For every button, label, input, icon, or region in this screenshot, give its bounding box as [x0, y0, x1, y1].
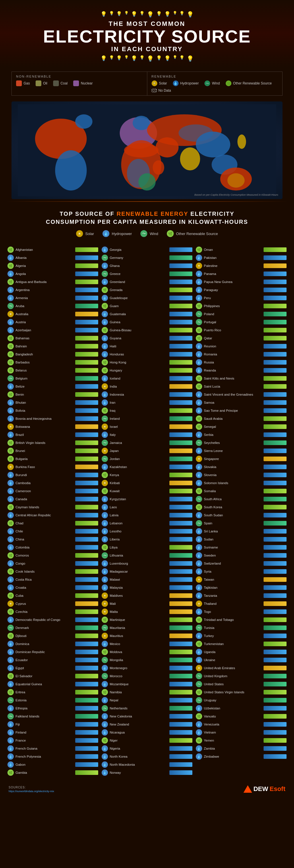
country-bar	[75, 368, 98, 373]
country-bar	[169, 336, 192, 340]
list-item: 💧 Latvia	[100, 511, 194, 519]
country-bar	[169, 352, 192, 356]
country-bar	[75, 280, 98, 284]
country-type-icon: 💧	[7, 657, 14, 663]
country-name: Mozambique	[110, 682, 168, 686]
country-name: Austria	[15, 320, 73, 324]
list-item: 💧 Armenia	[6, 294, 100, 302]
country-name: Guam	[110, 304, 168, 308]
logo-triangle	[243, 785, 252, 793]
country-bar	[169, 481, 192, 485]
country-bar	[169, 666, 192, 670]
list-item: ☀ Thailand	[194, 600, 288, 608]
country-type-icon: 🌿	[196, 641, 202, 647]
svg-point-3	[55, 150, 87, 190]
list-item: ☀ Singapore	[194, 455, 288, 463]
country-name: Saint Kitts and Nevis	[204, 377, 262, 380]
country-type-icon: ☀	[102, 480, 108, 486]
country-name: Malta	[110, 610, 168, 614]
list-item: 🌿 Senegal	[194, 423, 288, 431]
country-type-icon: 〜	[102, 705, 108, 711]
country-name: Uzbekistan	[204, 707, 262, 710]
country-bar	[169, 296, 192, 300]
country-name: Hungary	[110, 369, 168, 372]
country-name: Denmark	[15, 626, 73, 629]
country-name: United Arab Emirates	[204, 666, 262, 670]
country-type-icon: 💧	[7, 737, 14, 744]
country-name: Libya	[110, 546, 168, 549]
list-item: 💧 Pakistan	[194, 254, 288, 262]
country-bar	[169, 537, 192, 541]
country-bar	[169, 288, 192, 292]
list-item: 🌿 Guinea-Bissau	[100, 326, 194, 334]
list-item: 💧 Luxembourg	[100, 559, 194, 567]
country-type-icon: 〜	[102, 254, 108, 261]
nodata-label: No Data	[159, 89, 171, 93]
list-item: ☀ Mali	[100, 600, 194, 608]
list-item: 💧 Cambodia	[6, 479, 100, 487]
list-item: 💧 Bolivia	[6, 407, 100, 414]
list-item: 💧 Mexico	[100, 640, 194, 648]
country-bar	[264, 642, 287, 646]
list-item: 🌿 Saint Lucia	[194, 382, 288, 391]
country-bar	[264, 264, 287, 268]
country-type-icon: 💧	[102, 721, 108, 727]
lights-bottom: 💡 💡 💡 💡 💡 💡 💡 💡 💡 💡 💡 💡	[6, 53, 288, 64]
country-bar	[264, 312, 287, 316]
country-name: Iceland	[110, 377, 168, 380]
country-bar	[75, 625, 98, 630]
country-name: Zambia	[204, 747, 262, 750]
list-item: 💧 Bosnia and Herzegovina	[6, 414, 100, 423]
country-type-icon: 💧	[196, 528, 202, 534]
svg-point-17	[124, 143, 159, 157]
country-type-icon: 💧	[102, 295, 108, 301]
country-bar	[264, 722, 287, 726]
country-name: Romania	[204, 352, 262, 356]
list-item: 💧 Kyrgyzstan	[100, 495, 194, 503]
list-item: ☀ Burkina Faso	[6, 463, 100, 471]
country-type-icon: 💧	[196, 657, 202, 663]
country-name: Belarus	[15, 369, 73, 372]
country-bar	[169, 513, 192, 518]
country-name: Poland	[204, 312, 262, 316]
country-bar	[169, 247, 192, 252]
country-type-icon: 💧	[196, 649, 202, 655]
country-bar	[264, 738, 287, 743]
country-name: Ecuador	[15, 658, 73, 662]
country-type-icon: 〜	[102, 552, 108, 559]
country-bar	[264, 296, 287, 300]
list-item: 💧 Paraguay	[194, 286, 288, 294]
country-type-icon: 💧	[196, 705, 202, 711]
country-type-icon: 🌿	[196, 303, 202, 309]
country-name: Peru	[204, 296, 262, 300]
list-item: 🌿 Chad	[6, 519, 100, 527]
list-item: 💧 North Korea	[100, 752, 194, 761]
list-item: 〜 Morocco	[100, 672, 194, 680]
country-bar	[75, 360, 98, 365]
country-name: Israel	[110, 425, 168, 428]
country-name: Mali	[110, 602, 168, 606]
list-item: 〜 Poland	[194, 310, 288, 318]
country-name: Djibouti	[15, 634, 73, 638]
country-name: Brunei	[15, 449, 73, 453]
country-name: Brazil	[15, 433, 73, 436]
country-type-icon: 💧	[102, 665, 108, 671]
country-bar	[75, 440, 98, 445]
country-name: Vanuatu	[204, 715, 262, 718]
country-bar	[169, 521, 192, 526]
country-name: El Salvador	[15, 674, 73, 678]
country-name: Czechia	[15, 610, 73, 614]
country-name: Barbados	[15, 361, 73, 364]
country-name: Italy	[110, 433, 168, 436]
country-bar	[264, 658, 287, 662]
country-name: Morocco	[110, 674, 168, 678]
country-type-icon: 🌿	[7, 592, 14, 599]
country-type-icon: 💧	[7, 729, 14, 736]
sources-url[interactable]: https://ourworldindata.org/electricity-m…	[9, 790, 54, 793]
country-type-icon: 🌿	[7, 552, 14, 559]
country-name: New Caledonia	[110, 715, 168, 718]
country-type-icon: 🌿	[102, 359, 108, 366]
country-bar	[169, 360, 192, 365]
country-bar	[75, 529, 98, 533]
country-type-icon: 🌿	[196, 335, 202, 341]
